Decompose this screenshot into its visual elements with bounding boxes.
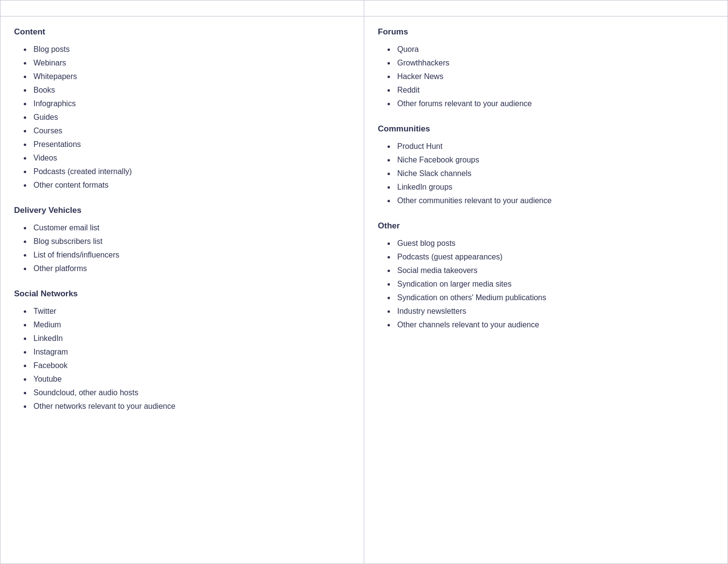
list-item: Podcasts (guest appearances) [395, 250, 714, 264]
list-item: Presentations [32, 138, 350, 151]
section-0: ForumsQuoraGrowthhackersHacker NewsReddi… [378, 27, 714, 111]
list-item: Whitepapers [32, 70, 350, 83]
list-item: Other communities relevant to your audie… [395, 194, 714, 208]
list-item: Other content formats [32, 178, 350, 192]
section-1: CommunitiesProduct HuntNiche Facebook gr… [378, 124, 714, 208]
list-item: Industry newsletters [395, 305, 714, 318]
list-item: List of friends/influencers [32, 248, 350, 262]
section-list-1: Customer email listBlog subscribers list… [14, 221, 350, 275]
section-title-2: Social Networks [14, 289, 350, 299]
section-title-1: Delivery Vehicles [14, 206, 350, 215]
right-column: ForumsQuoraGrowthhackersHacker NewsReddi… [364, 16, 728, 564]
section-list-2: TwitterMediumLinkedInInstagramFacebookYo… [14, 305, 350, 413]
content-row: ContentBlog postsWebinarsWhitepapersBook… [0, 16, 728, 564]
section-list-0: Blog postsWebinarsWhitepapersBooksInfogr… [14, 43, 350, 192]
left-column: ContentBlog postsWebinarsWhitepapersBook… [0, 16, 364, 564]
header-left [0, 0, 364, 16]
list-item: Videos [32, 151, 350, 165]
list-item: Customer email list [32, 221, 350, 235]
main-table: ContentBlog postsWebinarsWhitepapersBook… [0, 0, 728, 564]
header-right [364, 0, 728, 16]
section-title-0: Forums [378, 27, 714, 37]
section-title-1: Communities [378, 124, 714, 134]
list-item: Niche Facebook groups [395, 153, 714, 167]
list-item: Youtube [32, 372, 350, 386]
list-item: Quora [395, 43, 714, 56]
section-title-2: Other [378, 221, 714, 231]
list-item: Reddit [395, 83, 714, 97]
section-title-0: Content [14, 27, 350, 37]
section-0: ContentBlog postsWebinarsWhitepapersBook… [14, 27, 350, 192]
list-item: Product Hunt [395, 140, 714, 153]
section-list-2: Guest blog postsPodcasts (guest appearan… [378, 237, 714, 332]
list-item: Webinars [32, 56, 350, 70]
list-item: Growthhackers [395, 56, 714, 70]
list-item: Other platforms [32, 262, 350, 275]
list-item: Social media takeovers [395, 264, 714, 277]
list-item: Podcasts (created internally) [32, 165, 350, 178]
list-item: Blog posts [32, 43, 350, 56]
list-item: Guest blog posts [395, 237, 714, 250]
list-item: Books [32, 83, 350, 97]
section-2: OtherGuest blog postsPodcasts (guest app… [378, 221, 714, 332]
list-item: LinkedIn groups [395, 180, 714, 194]
list-item: Hacker News [395, 70, 714, 83]
section-list-1: Product HuntNiche Facebook groupsNiche S… [378, 140, 714, 208]
section-1: Delivery VehiclesCustomer email listBlog… [14, 206, 350, 275]
list-item: Other networks relevant to your audience [32, 400, 350, 413]
list-item: Blog subscribers list [32, 235, 350, 248]
list-item: Twitter [32, 305, 350, 318]
list-item: Infographics [32, 97, 350, 111]
list-item: Syndication on others' Medium publicatio… [395, 291, 714, 305]
list-item: Soundcloud, other audio hosts [32, 386, 350, 400]
section-list-0: QuoraGrowthhackersHacker NewsRedditOther… [378, 43, 714, 111]
list-item: Facebook [32, 359, 350, 372]
list-item: Guides [32, 111, 350, 124]
header-row [0, 0, 728, 16]
list-item: Niche Slack channels [395, 167, 714, 180]
list-item: Courses [32, 124, 350, 138]
list-item: Other channels relevant to your audience [395, 318, 714, 332]
list-item: Medium [32, 318, 350, 332]
list-item: Other forums relevant to your audience [395, 97, 714, 111]
list-item: LinkedIn [32, 332, 350, 345]
list-item: Syndication on larger media sites [395, 277, 714, 291]
list-item: Instagram [32, 345, 350, 359]
section-2: Social NetworksTwitterMediumLinkedInInst… [14, 289, 350, 413]
